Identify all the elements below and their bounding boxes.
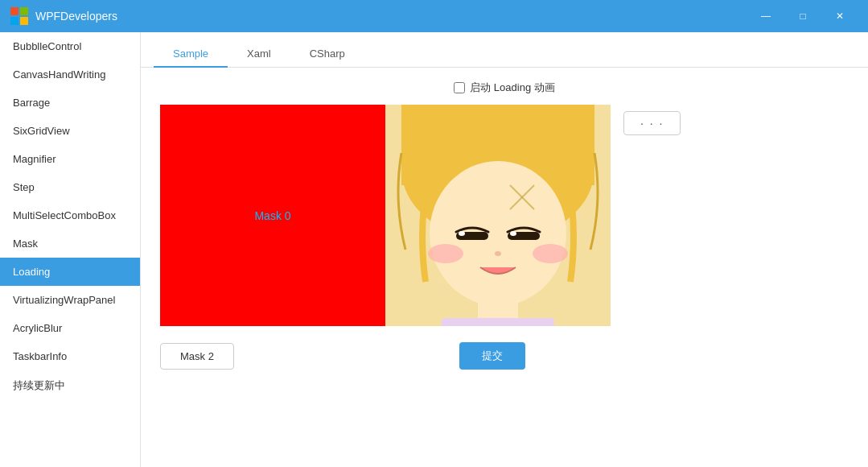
loading-animation-checkbox[interactable] [454, 82, 465, 93]
loading-animation-label: 启动 Loading 动画 [470, 81, 555, 95]
svg-point-13 [510, 231, 516, 236]
svg-rect-16 [442, 318, 554, 326]
svg-rect-1 [20, 7, 28, 15]
svg-rect-2 [10, 17, 19, 25]
app-title: WPFDevelopers [35, 10, 747, 23]
main-layout: BubblleControl CanvasHandWriting Barrage… [0, 32, 868, 467]
svg-rect-0 [10, 7, 19, 15]
sidebar-item-mask[interactable]: Mask [0, 229, 140, 258]
close-button[interactable]: ✕ [821, 0, 858, 32]
tab-xaml[interactable]: Xaml [228, 41, 290, 68]
svg-point-7 [430, 161, 566, 306]
sidebar-item-loading[interactable]: Loading [0, 258, 140, 286]
sidebar-item-magnifier[interactable]: Magnifier [0, 145, 140, 173]
mask0-label: Mask 0 [254, 209, 290, 222]
bottom-row: Mask 2 提交 [160, 336, 849, 376]
mask2-button[interactable]: Mask 2 [160, 343, 234, 370]
checkbox-row: 启动 Loading 动画 [160, 81, 849, 95]
sidebar-item-multiselectcombobox[interactable]: MultiSelectComboBox [0, 201, 140, 229]
sidebar-item-continuing[interactable]: 持续更新中 [0, 370, 140, 401]
tab-csharp[interactable]: CSharp [290, 41, 364, 68]
sidebar-item-canvashandwriting[interactable]: CanvasHandWriting [0, 60, 140, 89]
sidebar: BubblleControl CanvasHandWriting Barrage… [0, 32, 141, 467]
maximize-button[interactable]: □ [784, 0, 821, 32]
sample-content: 启动 Loading 动画 Mask 0 [141, 68, 868, 467]
tab-bar: Sample Xaml CSharp [141, 32, 868, 68]
sidebar-item-bubbllecontrol[interactable]: BubblleControl [0, 32, 140, 60]
svg-point-8 [428, 244, 463, 263]
dots-button[interactable]: · · · [623, 111, 681, 135]
sidebar-item-virtualizingwrappanel[interactable]: VirtualizingWrapPanel [0, 286, 140, 314]
window-controls: — □ ✕ [747, 0, 858, 32]
titlebar: WPFDevelopers — □ ✕ [0, 0, 868, 32]
sidebar-item-step[interactable]: Step [0, 173, 140, 201]
sidebar-item-barrage[interactable]: Barrage [0, 89, 140, 117]
minimize-button[interactable]: — [747, 0, 784, 32]
svg-point-12 [459, 231, 465, 236]
content-area: Sample Xaml CSharp 启动 Loading 动画 Mask 0 [141, 32, 868, 467]
app-logo-icon [10, 6, 29, 26]
mask0-card: Mask 0 [160, 105, 385, 326]
sidebar-item-sixgridview[interactable]: SixGridView [0, 117, 140, 145]
svg-rect-3 [20, 17, 28, 25]
sidebar-item-acrylicblur[interactable]: AcrylicBlur [0, 314, 140, 342]
anime-image [385, 105, 611, 326]
sidebar-item-taskbarinfo[interactable]: TaskbarInfo [0, 342, 140, 370]
anime-svg [385, 105, 611, 326]
right-panel: · · · [611, 105, 849, 142]
svg-point-9 [533, 244, 568, 263]
svg-point-14 [495, 251, 501, 256]
submit-button[interactable]: 提交 [459, 342, 525, 370]
tab-sample[interactable]: Sample [154, 41, 228, 68]
